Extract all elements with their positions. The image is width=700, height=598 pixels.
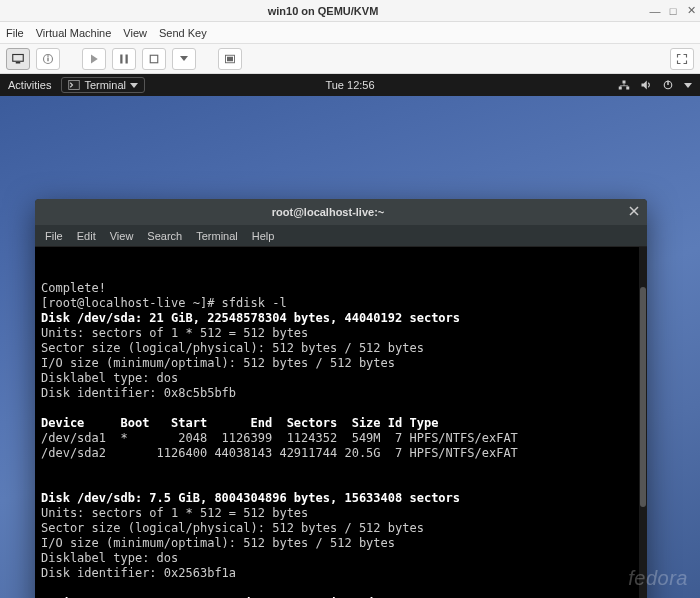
activities-button[interactable]: Activities <box>8 79 51 91</box>
shutdown-dropdown[interactable] <box>172 48 196 70</box>
svg-rect-14 <box>623 81 626 84</box>
svg-rect-17 <box>667 81 669 86</box>
svg-rect-6 <box>120 54 122 63</box>
volume-icon[interactable] <box>640 79 652 91</box>
app-menu-terminal[interactable]: Terminal <box>61 77 145 93</box>
terminal-line: Disklabel type: dos <box>41 551 641 566</box>
shutdown-button[interactable] <box>142 48 166 70</box>
terminal-title: root@localhost-live:~ <box>35 206 621 218</box>
chevron-down-icon <box>180 56 188 61</box>
close-icon <box>629 206 639 216</box>
terminal-line <box>41 476 641 491</box>
network-icon[interactable] <box>618 79 630 91</box>
terminal-line: Disk identifier: 0x2563bf1a <box>41 566 641 581</box>
svg-marker-15 <box>642 81 647 90</box>
terminal-line: I/O size (minimum/optimal): 512 bytes / … <box>41 536 641 551</box>
svg-rect-4 <box>47 55 49 57</box>
terminal-line: [root@localhost-live ~]# sfdisk -l <box>41 296 641 311</box>
terminal-menubar: File Edit View Search Terminal Help <box>35 225 647 247</box>
terminal-icon <box>68 79 80 91</box>
pause-button[interactable] <box>112 48 136 70</box>
close-button[interactable]: ✕ <box>682 4 700 17</box>
run-button[interactable] <box>82 48 106 70</box>
terminal-line: Sector size (logical/physical): 512 byte… <box>41 521 641 536</box>
terminal-window[interactable]: root@localhost-live:~ File Edit View Sea… <box>35 199 647 598</box>
fullscreen-button[interactable] <box>670 48 694 70</box>
power-icon[interactable] <box>662 79 674 91</box>
play-icon <box>88 53 100 65</box>
terminal-line: Complete! <box>41 281 641 296</box>
monitor-icon <box>12 53 24 65</box>
terminal-line: Units: sectors of 1 * 512 = 512 bytes <box>41 506 641 521</box>
scrollbar-thumb[interactable] <box>640 287 646 507</box>
svg-rect-3 <box>47 57 49 61</box>
terminal-line: Sector size (logical/physical): 512 byte… <box>41 341 641 356</box>
terminal-close-button[interactable] <box>621 206 647 218</box>
terminal-line: I/O size (minimum/optimal): 512 bytes / … <box>41 356 641 371</box>
menu-view[interactable]: View <box>123 27 147 39</box>
fullscreen-icon <box>676 53 688 65</box>
terminal-line: Disklabel type: dos <box>41 371 641 386</box>
minimize-button[interactable]: — <box>646 5 664 17</box>
app-menu-label: Terminal <box>84 79 126 91</box>
term-menu-edit[interactable]: Edit <box>77 230 96 242</box>
menu-virtual-machine[interactable]: Virtual Machine <box>36 27 112 39</box>
terminal-line: Disk /dev/sdb: 7.5 GiB, 8004304896 bytes… <box>41 491 641 506</box>
vm-toolbar <box>0 44 700 74</box>
svg-rect-0 <box>13 54 24 61</box>
terminal-line: Disk /dev/sda: 21 GiB, 22548578304 bytes… <box>41 311 641 326</box>
terminal-line <box>41 581 641 596</box>
term-menu-view[interactable]: View <box>110 230 134 242</box>
snapshot-icon <box>224 53 236 65</box>
terminal-line: /dev/sda1 * 2048 1126399 1124352 549M 7 … <box>41 431 641 446</box>
term-menu-help[interactable]: Help <box>252 230 275 242</box>
term-menu-file[interactable]: File <box>45 230 63 242</box>
terminal-titlebar[interactable]: root@localhost-live:~ <box>35 199 647 225</box>
menu-file[interactable]: File <box>6 27 24 39</box>
terminal-scrollbar[interactable] <box>639 247 647 598</box>
svg-rect-12 <box>619 87 622 90</box>
term-menu-search[interactable]: Search <box>147 230 182 242</box>
terminal-output[interactable]: Complete![root@localhost-live ~]# sfdisk… <box>35 247 647 598</box>
svg-rect-10 <box>227 56 233 61</box>
menu-send-key[interactable]: Send Key <box>159 27 207 39</box>
guest-desktop[interactable]: Activities Terminal Tue 12:56 root@local… <box>0 74 700 598</box>
clock[interactable]: Tue 12:56 <box>325 79 374 91</box>
info-icon <box>42 53 54 65</box>
terminal-line <box>41 401 641 416</box>
chevron-down-icon <box>130 83 138 88</box>
gnome-top-bar: Activities Terminal Tue 12:56 <box>0 74 700 96</box>
maximize-button[interactable]: □ <box>664 5 682 17</box>
details-button[interactable] <box>36 48 60 70</box>
terminal-line: /dev/sda2 1126400 44038143 42911744 20.5… <box>41 446 641 461</box>
snapshot-button[interactable] <box>218 48 242 70</box>
svg-rect-13 <box>626 87 629 90</box>
terminal-line: Disk identifier: 0x8c5b5bfb <box>41 386 641 401</box>
terminal-line: Units: sectors of 1 * 512 = 512 bytes <box>41 326 641 341</box>
term-menu-terminal[interactable]: Terminal <box>196 230 238 242</box>
svg-rect-1 <box>16 62 21 64</box>
chevron-down-icon <box>684 83 692 88</box>
vm-window-title: win10 on QEMU/KVM <box>0 5 646 17</box>
terminal-line <box>41 461 641 476</box>
vm-titlebar: win10 on QEMU/KVM — □ ✕ <box>0 0 700 22</box>
pause-icon <box>118 53 130 65</box>
vm-menubar: File Virtual Machine View Send Key <box>0 22 700 44</box>
terminal-line: Device Boot Start End Sectors Size Id Ty… <box>41 416 641 431</box>
fedora-watermark: fedora <box>628 567 688 590</box>
svg-rect-8 <box>150 55 158 63</box>
svg-rect-7 <box>126 54 128 63</box>
svg-rect-11 <box>69 81 80 90</box>
svg-marker-5 <box>91 54 98 63</box>
stop-icon <box>148 53 160 65</box>
console-button[interactable] <box>6 48 30 70</box>
